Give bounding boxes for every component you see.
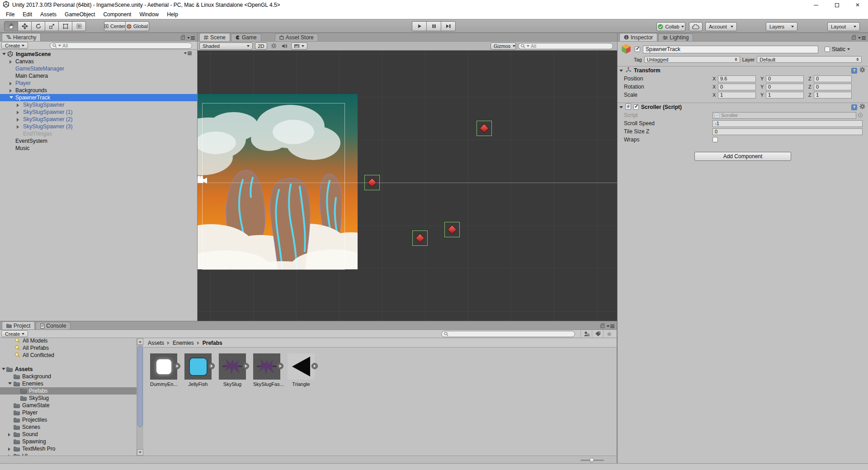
draw-mode-dropdown[interactable]: Shaded [199,42,253,50]
menu-item[interactable]: File [2,11,19,18]
script-object-field[interactable]: # Scroller [712,112,856,119]
expand-badge[interactable] [243,363,249,369]
hierarchy-item[interactable]: Backgrounds [0,87,197,94]
folder-row[interactable]: TextMesh Pro [0,445,137,452]
scale-tool-button[interactable] [45,21,59,31]
search-by-label-button[interactable] [592,330,603,338]
scene-effects-dropdown[interactable] [291,42,307,50]
menu-item[interactable]: Window [135,11,163,18]
pause-button[interactable] [426,21,441,31]
menu-item[interactable]: Component [99,11,135,18]
collab-button[interactable]: Collab [656,22,685,31]
tab-scene[interactable]: Scene [199,33,230,41]
scene-viewport[interactable] [198,51,617,321]
layers-dropdown[interactable]: Layers [766,22,797,31]
project-search-input[interactable] [441,331,575,337]
foldout-icon[interactable] [619,106,623,108]
favorite-item[interactable]: All Conflicted [0,352,137,359]
component-enabled-checkbox[interactable] [633,104,639,110]
help-icon[interactable]: ? [851,104,857,110]
foldout-icon[interactable] [619,70,623,72]
scroller-header[interactable]: # Scroller (Script) ? [618,103,868,111]
hierarchy-item[interactable]: Main Camera [0,72,197,80]
gizmos-dropdown[interactable]: Gizmos [491,42,516,50]
zoom-slider-knob[interactable] [590,458,594,462]
folder-row[interactable]: Enemies [0,380,137,387]
lock-icon[interactable] [852,36,856,40]
z-value-field[interactable]: 0 [814,84,852,90]
hierarchy-item[interactable]: Music [0,145,197,152]
scene-menu-icon[interactable] [184,52,192,54]
project-tree-scrollbar[interactable] [137,338,143,456]
gear-icon[interactable] [859,67,865,74]
x-value-field[interactable]: 0 [718,84,756,90]
panel-menu-icon[interactable] [187,37,195,39]
spawner-marker[interactable] [476,121,492,136]
favorites-button[interactable] [603,330,614,338]
thumbnail-zoom-slider[interactable] [580,460,604,461]
object-name-field[interactable]: SpawnerTrack [643,46,818,53]
scroll-up-button[interactable] [137,338,143,345]
folder-row[interactable]: Assets [0,366,137,373]
foldout-icon[interactable] [8,382,12,385]
foldout-icon[interactable] [17,118,19,122]
foldout-icon[interactable] [17,125,19,129]
hierarchy-item[interactable]: SkySlugSpawner (1) [0,108,197,116]
foldout-icon[interactable] [8,447,10,451]
hierarchy-item[interactable]: Canvas [0,58,197,65]
foldout-icon[interactable] [9,89,12,93]
project-create-button[interactable]: Create [1,330,28,337]
close-button[interactable]: ✕ [847,0,868,10]
z-value-field[interactable]: 1 [814,92,852,99]
lock-icon[interactable] [600,324,604,328]
scene-audio-toggle[interactable] [280,42,289,50]
hierarchy-item[interactable]: EventSystem [0,137,197,145]
asset-thumbnail[interactable] [184,353,212,380]
foldout-icon[interactable] [9,82,12,85]
spawner-marker[interactable] [444,222,460,237]
scroll-down-button[interactable] [137,449,143,456]
asset-item[interactable]: DummyEn... [150,353,177,387]
scene-search-input[interactable]: All [518,43,613,49]
folder-row[interactable]: SkySlug [0,395,137,402]
expand-badge[interactable] [311,363,318,369]
lock-icon[interactable] [181,36,185,40]
asset-thumbnail[interactable] [219,353,246,380]
foldout-icon[interactable] [9,60,12,64]
breadcrumb-leaf[interactable]: Prefabs [203,340,222,346]
x-value-field[interactable]: 9.6 [718,75,756,82]
layout-dropdown[interactable]: Layout [827,22,860,31]
folder-row[interactable]: Prefabs [0,387,137,395]
tab-console[interactable]: Console [36,322,71,329]
folder-row[interactable]: GameState [0,402,137,409]
spawner-marker[interactable] [412,230,428,246]
hierarchy-item[interactable]: SpawnerTrack [0,94,197,101]
expand-badge[interactable] [174,363,180,369]
transform-header[interactable]: Transform ? [618,66,868,75]
property-value-field[interactable]: -1 [712,120,863,127]
folder-row[interactable]: Background [0,373,137,380]
expand-badge[interactable] [277,363,283,369]
search-by-type-button[interactable] [580,330,592,338]
hierarchy-item[interactable]: SkySlugSpawner (2) [0,116,197,123]
play-button[interactable] [412,21,427,31]
tab-hierarchy[interactable]: Hierarchy [2,33,41,41]
step-button[interactable] [441,21,456,31]
asset-item[interactable]: SkySlug [219,353,246,387]
property-value-field[interactable]: 0 [712,128,863,135]
x-value-field[interactable]: 1 [718,92,756,99]
rotate-tool-button[interactable] [31,21,45,31]
wraps-checkbox[interactable] [712,137,718,142]
foldout-icon[interactable] [17,111,19,114]
hierarchy-item[interactable]: Player [0,80,197,87]
asset-thumbnail[interactable] [150,353,177,380]
tab-lighting[interactable]: Lighting [658,33,693,41]
asset-thumbnail[interactable] [288,353,315,380]
scrollbar-thumb[interactable] [137,346,143,427]
menu-item[interactable]: GameObject [61,11,99,18]
hand-tool-button[interactable] [4,21,18,31]
hierarchy-create-button[interactable]: Create [1,42,28,49]
tab-inspector[interactable]: Inspector [619,33,657,41]
foldout-icon[interactable] [8,433,10,437]
gear-icon[interactable] [859,103,865,111]
